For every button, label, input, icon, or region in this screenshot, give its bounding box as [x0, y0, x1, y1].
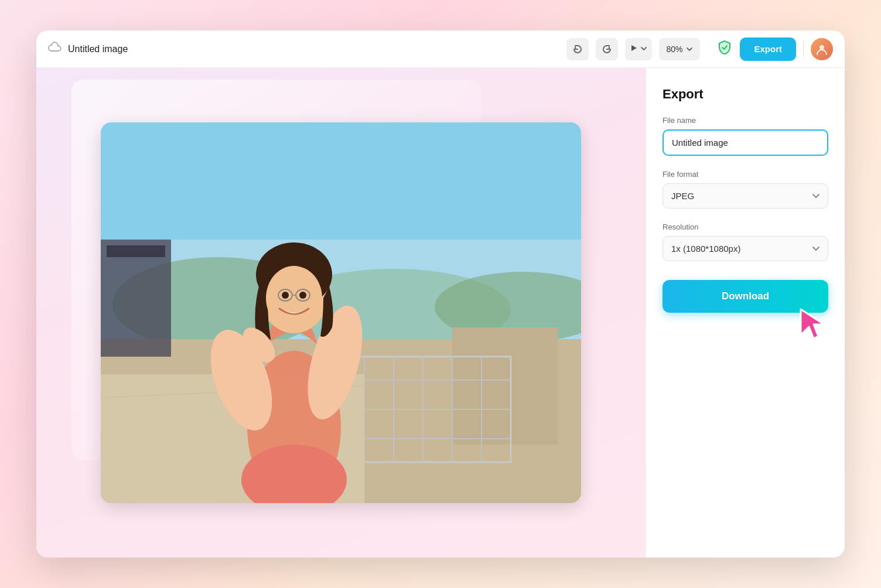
zoom-chevron-icon [686, 45, 693, 54]
svg-point-30 [282, 292, 289, 299]
toolbar-divider [803, 41, 804, 57]
resolution-group: Resolution 1x (1080*1080px) 2x (2160*216… [663, 223, 828, 261]
photo-content [101, 122, 581, 503]
zoom-control[interactable]: 80% [659, 38, 700, 60]
resolution-label: Resolution [663, 223, 828, 231]
file-format-select[interactable]: JPEG PNG WebP SVG [663, 183, 828, 208]
download-section: Download [663, 275, 828, 313]
canvas-area [36, 68, 646, 558]
zoom-value: 80% [666, 45, 682, 54]
panel-title: Export [663, 87, 828, 102]
svg-rect-9 [107, 245, 165, 257]
main-content: Export File name File format JPEG PNG We… [36, 68, 845, 558]
app-window: Untitled image [36, 30, 845, 558]
shield-button[interactable] [716, 39, 733, 59]
resolution-select[interactable]: 1x (1080*1080px) 2x (2160*2160px) 0.5x (… [663, 236, 828, 261]
svg-rect-10 [452, 327, 558, 445]
export-panel: Export File name File format JPEG PNG We… [646, 68, 845, 558]
download-button[interactable]: Download [663, 280, 828, 313]
svg-point-27 [266, 266, 322, 330]
file-name-label: File name [663, 116, 828, 125]
undo-button[interactable] [566, 38, 589, 60]
resolution-select-wrap: 1x (1080*1080px) 2x (2160*2160px) 0.5x (… [663, 236, 828, 261]
file-format-select-wrap: JPEG PNG WebP SVG [663, 183, 828, 208]
file-format-group: File format JPEG PNG WebP SVG [663, 170, 828, 208]
file-name-group: File name [663, 116, 828, 156]
preview-button[interactable] [625, 38, 652, 60]
svg-marker-0 [631, 45, 637, 51]
document-title-area: Untitled image [48, 42, 128, 56]
svg-point-31 [299, 292, 306, 299]
file-name-input[interactable] [663, 129, 828, 156]
top-bar: Untitled image [36, 30, 845, 68]
svg-point-1 [819, 45, 824, 50]
play-icon [630, 44, 638, 54]
image-frame [101, 122, 581, 503]
document-title: Untitled image [68, 44, 128, 54]
file-format-label: File format [663, 170, 828, 179]
redo-button[interactable] [596, 38, 618, 60]
export-button[interactable]: Export [740, 37, 796, 61]
user-avatar-button[interactable] [811, 38, 833, 60]
right-toolbar: Export [716, 37, 833, 61]
cloud-icon [48, 42, 62, 56]
play-chevron-icon [640, 46, 647, 53]
